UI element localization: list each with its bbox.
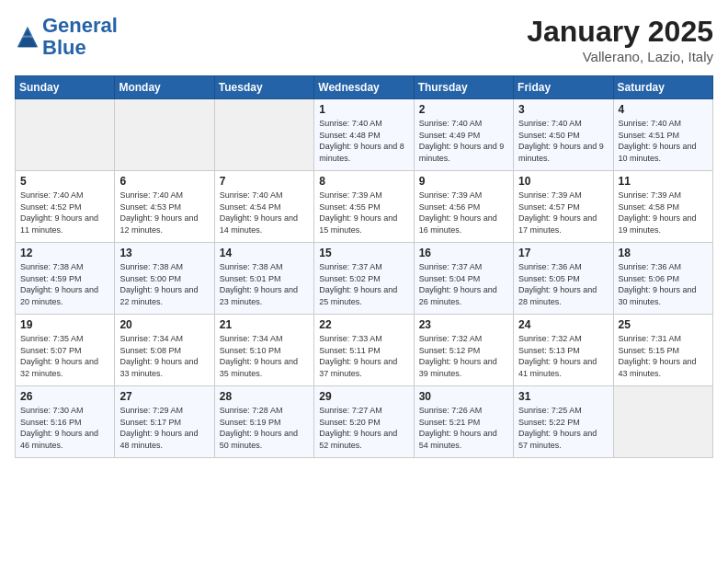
calendar-cell: 17Sunrise: 7:36 AM Sunset: 5:05 PM Dayli… xyxy=(514,243,613,315)
day-number: 18 xyxy=(619,247,708,259)
day-info: Sunrise: 7:32 AM Sunset: 5:13 PM Dayligh… xyxy=(518,333,608,379)
calendar-cell: 2Sunrise: 7:40 AM Sunset: 4:49 PM Daylig… xyxy=(414,99,513,171)
calendar-cell: 21Sunrise: 7:34 AM Sunset: 5:10 PM Dayli… xyxy=(214,315,313,386)
calendar-week-4: 26Sunrise: 7:30 AM Sunset: 5:16 PM Dayli… xyxy=(16,386,713,458)
day-info: Sunrise: 7:39 AM Sunset: 4:58 PM Dayligh… xyxy=(619,190,708,236)
day-number: 16 xyxy=(419,247,508,259)
month-title: January 2025 xyxy=(527,15,713,49)
day-number: 17 xyxy=(518,247,608,259)
day-number: 22 xyxy=(319,318,408,331)
day-number: 24 xyxy=(518,318,608,331)
day-info: Sunrise: 7:27 AM Sunset: 5:20 PM Dayligh… xyxy=(319,405,408,451)
day-number: 10 xyxy=(518,175,608,188)
header-wednesday: Wednesday xyxy=(314,76,414,99)
header-monday: Monday xyxy=(115,76,214,99)
logo: General Blue xyxy=(15,15,118,59)
calendar-cell: 16Sunrise: 7:37 AM Sunset: 5:04 PM Dayli… xyxy=(414,243,513,315)
day-number: 23 xyxy=(419,318,508,331)
day-number: 1 xyxy=(319,103,408,116)
day-info: Sunrise: 7:40 AM Sunset: 4:54 PM Dayligh… xyxy=(220,190,309,236)
calendar-cell: 10Sunrise: 7:39 AM Sunset: 4:57 PM Dayli… xyxy=(514,171,613,243)
calendar-cell: 20Sunrise: 7:34 AM Sunset: 5:08 PM Dayli… xyxy=(115,315,214,386)
day-number: 11 xyxy=(619,175,708,188)
calendar-cell: 9Sunrise: 7:39 AM Sunset: 4:56 PM Daylig… xyxy=(414,171,513,243)
calendar-cell xyxy=(115,99,214,171)
page-header: General Blue January 2025 Vallerano, Laz… xyxy=(15,15,713,64)
day-info: Sunrise: 7:40 AM Sunset: 4:50 PM Dayligh… xyxy=(518,118,608,164)
calendar-table: Sunday Monday Tuesday Wednesday Thursday… xyxy=(15,75,713,458)
day-number: 7 xyxy=(220,175,309,188)
calendar-cell: 31Sunrise: 7:25 AM Sunset: 5:22 PM Dayli… xyxy=(514,386,613,458)
day-info: Sunrise: 7:35 AM Sunset: 5:07 PM Dayligh… xyxy=(20,333,109,379)
day-info: Sunrise: 7:29 AM Sunset: 5:17 PM Dayligh… xyxy=(119,405,209,451)
day-number: 21 xyxy=(220,318,309,331)
calendar-cell: 4Sunrise: 7:40 AM Sunset: 4:51 PM Daylig… xyxy=(613,99,712,171)
page-container: General Blue January 2025 Vallerano, Laz… xyxy=(0,0,728,465)
calendar-cell: 13Sunrise: 7:38 AM Sunset: 5:00 PM Dayli… xyxy=(115,243,214,315)
svg-rect-2 xyxy=(21,36,34,38)
logo-general: General xyxy=(42,14,118,37)
header-sunday: Sunday xyxy=(16,76,115,99)
day-number: 9 xyxy=(419,175,508,188)
calendar-cell: 25Sunrise: 7:31 AM Sunset: 5:15 PM Dayli… xyxy=(613,315,712,386)
header-tuesday: Tuesday xyxy=(214,76,313,99)
day-number: 4 xyxy=(619,103,708,116)
day-info: Sunrise: 7:33 AM Sunset: 5:11 PM Dayligh… xyxy=(319,333,408,379)
calendar-cell: 8Sunrise: 7:39 AM Sunset: 4:55 PM Daylig… xyxy=(314,171,414,243)
calendar-cell: 29Sunrise: 7:27 AM Sunset: 5:20 PM Dayli… xyxy=(314,386,414,458)
title-block: January 2025 Vallerano, Lazio, Italy xyxy=(527,15,713,64)
calendar-week-0: 1Sunrise: 7:40 AM Sunset: 4:48 PM Daylig… xyxy=(16,99,713,171)
day-info: Sunrise: 7:28 AM Sunset: 5:19 PM Dayligh… xyxy=(220,405,309,451)
day-info: Sunrise: 7:38 AM Sunset: 4:59 PM Dayligh… xyxy=(20,261,109,307)
calendar-cell: 26Sunrise: 7:30 AM Sunset: 5:16 PM Dayli… xyxy=(16,386,115,458)
day-info: Sunrise: 7:40 AM Sunset: 4:48 PM Dayligh… xyxy=(319,118,408,164)
day-info: Sunrise: 7:30 AM Sunset: 5:16 PM Dayligh… xyxy=(20,405,109,451)
day-number: 30 xyxy=(419,390,508,403)
day-number: 29 xyxy=(319,390,408,403)
calendar-cell: 18Sunrise: 7:36 AM Sunset: 5:06 PM Dayli… xyxy=(613,243,712,315)
day-info: Sunrise: 7:40 AM Sunset: 4:52 PM Dayligh… xyxy=(20,190,109,236)
day-info: Sunrise: 7:36 AM Sunset: 5:05 PM Dayligh… xyxy=(518,261,608,307)
day-number: 14 xyxy=(220,247,309,259)
location: Vallerano, Lazio, Italy xyxy=(527,49,713,64)
logo-icon xyxy=(15,24,40,50)
day-info: Sunrise: 7:25 AM Sunset: 5:22 PM Dayligh… xyxy=(518,405,608,451)
calendar-cell: 5Sunrise: 7:40 AM Sunset: 4:52 PM Daylig… xyxy=(16,171,115,243)
calendar-cell xyxy=(214,99,313,171)
day-info: Sunrise: 7:26 AM Sunset: 5:21 PM Dayligh… xyxy=(419,405,508,451)
calendar-cell: 7Sunrise: 7:40 AM Sunset: 4:54 PM Daylig… xyxy=(214,171,313,243)
day-info: Sunrise: 7:40 AM Sunset: 4:49 PM Dayligh… xyxy=(419,118,508,164)
day-number: 28 xyxy=(220,390,309,403)
logo-blue: Blue xyxy=(42,36,86,59)
calendar-body: 1Sunrise: 7:40 AM Sunset: 4:48 PM Daylig… xyxy=(16,99,713,458)
calendar-week-2: 12Sunrise: 7:38 AM Sunset: 4:59 PM Dayli… xyxy=(16,243,713,315)
day-info: Sunrise: 7:38 AM Sunset: 5:00 PM Dayligh… xyxy=(119,261,209,307)
calendar-cell: 27Sunrise: 7:29 AM Sunset: 5:17 PM Dayli… xyxy=(115,386,214,458)
header-thursday: Thursday xyxy=(414,76,513,99)
calendar-cell: 14Sunrise: 7:38 AM Sunset: 5:01 PM Dayli… xyxy=(214,243,313,315)
day-info: Sunrise: 7:37 AM Sunset: 5:04 PM Dayligh… xyxy=(419,261,508,307)
day-info: Sunrise: 7:40 AM Sunset: 4:51 PM Dayligh… xyxy=(619,118,708,164)
day-info: Sunrise: 7:39 AM Sunset: 4:55 PM Dayligh… xyxy=(319,190,408,236)
day-info: Sunrise: 7:32 AM Sunset: 5:12 PM Dayligh… xyxy=(419,333,508,379)
day-number: 5 xyxy=(20,175,109,188)
header-row: Sunday Monday Tuesday Wednesday Thursday… xyxy=(16,76,713,99)
calendar-cell: 3Sunrise: 7:40 AM Sunset: 4:50 PM Daylig… xyxy=(514,99,613,171)
calendar-header: Sunday Monday Tuesday Wednesday Thursday… xyxy=(16,76,713,99)
day-number: 20 xyxy=(119,318,209,331)
day-number: 27 xyxy=(119,390,209,403)
calendar-week-1: 5Sunrise: 7:40 AM Sunset: 4:52 PM Daylig… xyxy=(16,171,713,243)
calendar-cell: 24Sunrise: 7:32 AM Sunset: 5:13 PM Dayli… xyxy=(514,315,613,386)
day-number: 12 xyxy=(20,247,109,259)
calendar-cell: 15Sunrise: 7:37 AM Sunset: 5:02 PM Dayli… xyxy=(314,243,414,315)
calendar-cell: 12Sunrise: 7:38 AM Sunset: 4:59 PM Dayli… xyxy=(16,243,115,315)
day-number: 2 xyxy=(419,103,508,116)
day-number: 19 xyxy=(20,318,109,331)
day-number: 8 xyxy=(319,175,408,188)
svg-marker-1 xyxy=(18,30,37,47)
day-number: 13 xyxy=(119,247,209,259)
day-number: 6 xyxy=(119,175,209,188)
day-info: Sunrise: 7:36 AM Sunset: 5:06 PM Dayligh… xyxy=(619,261,708,307)
day-info: Sunrise: 7:38 AM Sunset: 5:01 PM Dayligh… xyxy=(220,261,309,307)
day-number: 15 xyxy=(319,247,408,259)
